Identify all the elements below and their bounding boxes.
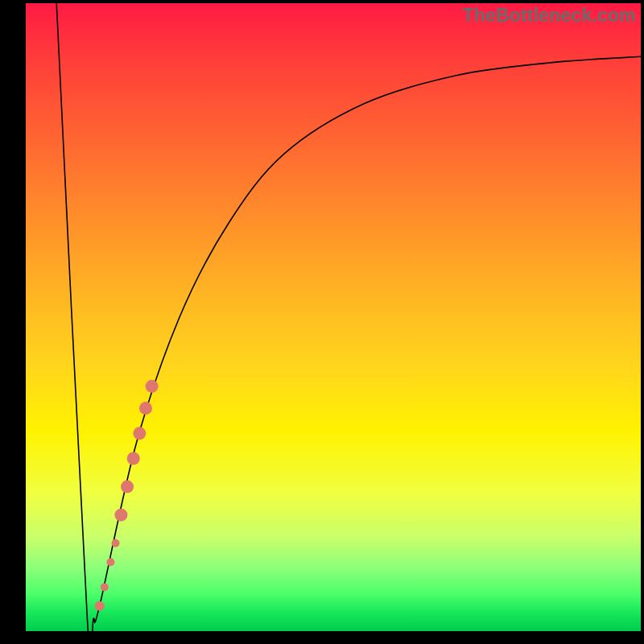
- highlight-marker: [101, 583, 109, 591]
- highlight-marker: [106, 558, 114, 566]
- plot-area: [26, 3, 641, 631]
- highlight-marker: [133, 427, 146, 440]
- chart-svg: [26, 3, 641, 631]
- chart-root: TheBottleneck.com: [0, 0, 644, 644]
- marker-layer: [95, 380, 159, 611]
- highlight-marker: [114, 509, 127, 522]
- highlight-marker: [139, 402, 152, 415]
- bottleneck-curve: [56, 3, 641, 631]
- highlight-marker: [121, 481, 134, 493]
- highlight-marker: [95, 601, 105, 611]
- highlight-marker: [146, 380, 159, 393]
- highlight-marker: [112, 539, 120, 547]
- curve-layer: [56, 3, 641, 631]
- watermark-text: TheBottleneck.com: [462, 5, 636, 27]
- highlight-marker: [127, 452, 140, 465]
